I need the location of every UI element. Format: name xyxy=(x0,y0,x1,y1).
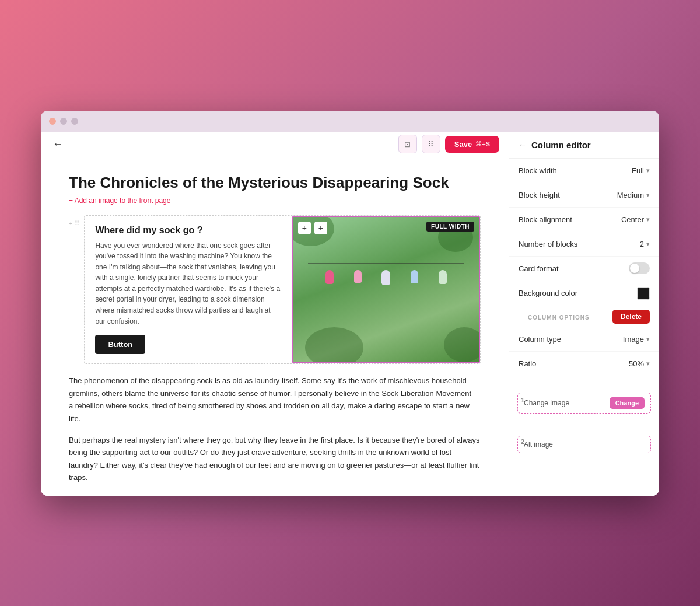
panel-header: ← Column editor xyxy=(509,132,659,159)
column-options-section: COLUMN OPTIONS Delete xyxy=(509,306,659,327)
num-blocks-select[interactable]: 2 ▾ xyxy=(640,240,650,248)
num-blocks-label: Number of blocks xyxy=(519,240,578,248)
panel-row-card-format: Card format xyxy=(509,257,659,281)
editor-toolbar: ← ⊡ ⠿ Save ⌘+S xyxy=(41,132,509,157)
alt-image-group: 2 Alt image xyxy=(509,419,659,459)
panel-row-col-type: Column type Image ▾ xyxy=(509,327,659,352)
block-width-label: Block width xyxy=(519,166,557,175)
change-image-group: 1 Change image Change xyxy=(509,376,659,419)
save-button[interactable]: Save ⌘+S xyxy=(445,136,499,153)
image-add-btn-2[interactable]: + xyxy=(314,222,327,234)
sock-4 xyxy=(411,268,418,283)
sock-3 xyxy=(382,268,390,285)
num-blocks-value: 2 xyxy=(640,240,644,248)
grid-icon[interactable]: ⠿ xyxy=(422,135,440,153)
col-type-label: Column type xyxy=(519,335,561,344)
col-body: Have you ever wondered where that one so… xyxy=(95,240,281,327)
browser-titlebar xyxy=(41,111,659,132)
full-width-badge: FULL WIDTH xyxy=(426,222,474,232)
editor-body: The Chronicles of the Mysterious Disappe… xyxy=(41,157,509,496)
two-col-block: Where did my sock go ? Have you ever won… xyxy=(84,215,481,365)
delete-button[interactable]: Delete xyxy=(612,310,650,324)
ratio-label: Ratio xyxy=(519,359,536,368)
back-button[interactable]: ← xyxy=(50,136,65,153)
prose-section: The phenomenon of the disappearing sock … xyxy=(69,374,481,495)
prose-para-3: So, what's the solution to this age-old … xyxy=(69,493,481,496)
block-height-label: Block height xyxy=(519,191,560,199)
column-options-label: COLUMN OPTIONS xyxy=(519,310,599,323)
editor-area: ← ⊡ ⠿ Save ⌘+S The Chronicles of the Mys… xyxy=(41,132,509,496)
sock-group xyxy=(316,268,457,285)
sock-2 xyxy=(354,268,362,283)
col-type-chevron: ▾ xyxy=(646,335,650,343)
browser-content: ← ⊡ ⠿ Save ⌘+S The Chronicles of the Mys… xyxy=(41,132,659,496)
sock-1 xyxy=(326,268,334,284)
num-blocks-chevron: ▾ xyxy=(646,240,650,248)
col-text: Where did my sock go ? Have you ever won… xyxy=(85,216,292,364)
add-image-link[interactable]: + Add an image to the front page xyxy=(69,197,481,205)
col-image[interactable]: + + FULL WIDTH xyxy=(292,216,480,364)
add-block-icon[interactable]: + xyxy=(69,220,72,227)
alt-image-label: Alt image xyxy=(524,440,553,449)
change-image-row: Change image Change xyxy=(517,393,651,414)
panel-row-block-width: Block width Full ▾ xyxy=(509,159,659,183)
panel-title: Column editor xyxy=(531,140,591,150)
col-heading: Where did my sock go ? xyxy=(95,225,281,236)
expand-icon[interactable]: ⊡ xyxy=(398,135,417,153)
block-alignment-chevron: ▾ xyxy=(646,216,650,223)
image-placeholder: + + xyxy=(293,217,479,363)
save-label: Save xyxy=(454,140,472,149)
block-height-value: Medium xyxy=(617,191,644,199)
clothesline xyxy=(308,263,464,264)
prose-para-2: But perhaps the real mystery isn't where… xyxy=(69,434,481,484)
block-alignment-select[interactable]: Center ▾ xyxy=(621,215,650,224)
panel-row-block-height: Block height Medium ▾ xyxy=(509,183,659,208)
panel-row-ratio: Ratio 50% ▾ xyxy=(509,352,659,376)
bg-color-swatch[interactable] xyxy=(637,287,650,300)
toggle-knob xyxy=(630,264,639,273)
toolbar-right: ⊡ ⠿ Save ⌘+S xyxy=(398,135,499,153)
block-alignment-value: Center xyxy=(621,215,644,224)
block-width-select[interactable]: Full ▾ xyxy=(632,166,650,175)
ratio-value: 50% xyxy=(629,359,644,368)
block-width-value: Full xyxy=(632,166,644,175)
col-type-value: Image xyxy=(623,335,644,344)
ratio-select[interactable]: 50% ▾ xyxy=(629,359,650,368)
browser-window: ← ⊡ ⠿ Save ⌘+S The Chronicles of the Mys… xyxy=(41,111,659,496)
page-title: The Chronicles of the Mysterious Disappe… xyxy=(69,174,481,192)
col-button[interactable]: Button xyxy=(95,335,145,354)
panel-row-bg-color: Background color xyxy=(509,281,659,306)
alt-image-row: Alt image xyxy=(517,436,651,453)
save-shortcut: ⌘+S xyxy=(475,141,490,148)
change-image-label: Change image xyxy=(524,399,569,407)
block-alignment-label: Block alignment xyxy=(519,215,572,224)
panel-back-icon[interactable]: ← xyxy=(519,140,527,149)
right-panel: ← Column editor Block width Full ▾ Block… xyxy=(509,132,659,496)
block-height-chevron: ▾ xyxy=(646,191,650,199)
toolbar-left: ← xyxy=(50,136,65,153)
block-width-chevron: ▾ xyxy=(646,167,650,174)
traffic-light-minimize[interactable] xyxy=(60,118,67,125)
block-row: + ⠿ Where did my sock go ? Have you ever… xyxy=(69,215,481,365)
card-format-label: Card format xyxy=(519,264,559,273)
traffic-light-close[interactable] xyxy=(49,118,56,125)
bg-color-label: Background color xyxy=(519,289,578,297)
change-image-button[interactable]: Change xyxy=(610,397,645,409)
panel-row-num-blocks: Number of blocks 2 ▾ xyxy=(509,232,659,257)
block-controls: + ⠿ xyxy=(69,220,79,227)
card-format-toggle[interactable] xyxy=(629,262,650,274)
col-type-select[interactable]: Image ▾ xyxy=(623,335,650,344)
traffic-light-maximize[interactable] xyxy=(71,118,78,125)
ratio-chevron: ▾ xyxy=(646,360,650,367)
sock-5 xyxy=(439,268,447,284)
image-add-btn-1[interactable]: + xyxy=(298,222,311,234)
foliage-bg xyxy=(293,217,479,363)
panel-row-block-alignment: Block alignment Center ▾ xyxy=(509,208,659,232)
prose-para-1: The phenomenon of the disappearing sock … xyxy=(69,374,481,425)
block-height-select[interactable]: Medium ▾ xyxy=(617,191,650,199)
drag-block-icon[interactable]: ⠿ xyxy=(75,220,79,227)
